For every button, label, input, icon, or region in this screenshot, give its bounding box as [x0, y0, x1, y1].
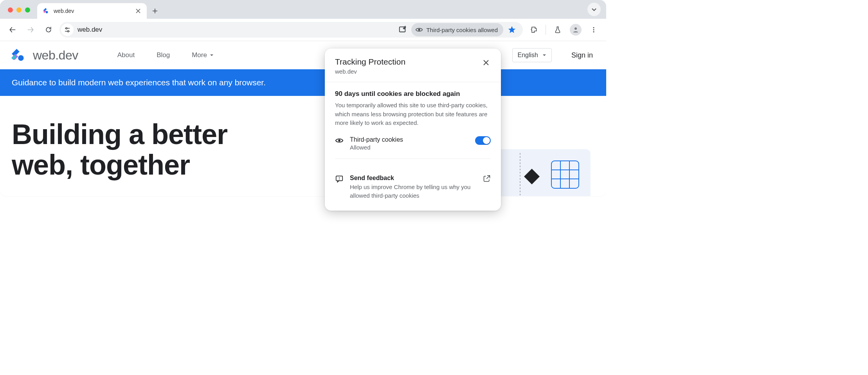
site-header: web.dev About Blog More English Sign in: [0, 41, 606, 69]
feedback-row[interactable]: Send feedback Help us improve Chrome by …: [325, 167, 501, 211]
cookie-status-chip[interactable]: Third-party cookies allowed: [411, 23, 503, 36]
tune-icon: [64, 26, 71, 33]
browser-tab[interactable]: web.dev: [37, 3, 147, 19]
tab-overflow-button[interactable]: [587, 3, 601, 16]
install-icon: [398, 25, 407, 34]
svg-point-21: [339, 179, 340, 180]
arrow-right-icon: [27, 26, 34, 34]
chevron-down-icon: [591, 7, 597, 12]
popup-title: Tracking Protection: [335, 57, 405, 67]
svg-point-18: [338, 139, 340, 142]
webdev-logo-icon: [10, 48, 27, 62]
site-banner: Guidance to build modern web experiences…: [0, 69, 606, 96]
maximize-window-button[interactable]: [25, 7, 30, 13]
profile-button[interactable]: [569, 23, 583, 37]
feedback-label: Send feedback: [350, 175, 477, 182]
new-tab-button[interactable]: [149, 5, 161, 17]
svg-point-9: [18, 55, 23, 61]
tracking-protection-popup: Tracking Protection web.dev 90 days unti…: [325, 49, 501, 211]
site-settings-button[interactable]: [61, 23, 74, 36]
popup-close-button[interactable]: [481, 58, 491, 67]
reload-button[interactable]: [41, 23, 56, 37]
reload-icon: [45, 26, 52, 34]
svg-rect-13: [551, 161, 579, 188]
forward-button[interactable]: [23, 23, 38, 37]
kebab-icon: [590, 26, 597, 33]
cookie-toggle-row: Third-party cookies Allowed: [335, 136, 491, 159]
cookie-toggle-label: Third-party cookies: [350, 136, 403, 143]
svg-point-2: [67, 31, 69, 32]
svg-point-6: [593, 27, 594, 28]
extensions-button[interactable]: [527, 23, 541, 37]
webdev-favicon-icon: [43, 7, 50, 14]
feedback-description: Help us improve Chrome by telling us why…: [350, 183, 477, 200]
tab-title: web.dev: [54, 8, 74, 14]
popup-heading: 90 days until cookies are blocked again: [335, 90, 491, 98]
install-pwa-button[interactable]: [396, 23, 410, 37]
star-icon: [508, 25, 516, 34]
nav-about[interactable]: About: [117, 51, 135, 59]
svg-point-8: [593, 31, 594, 32]
svg-point-5: [574, 27, 577, 30]
svg-point-1: [66, 27, 67, 29]
caret-down-icon: [209, 53, 214, 58]
arrow-left-icon: [9, 26, 16, 34]
hero-section: Building a better web, together: [0, 96, 606, 196]
site-logo[interactable]: web.dev: [10, 48, 78, 63]
cookie-toggle[interactable]: [475, 136, 491, 145]
cookie-toggle-status: Allowed: [350, 144, 403, 151]
avatar-icon: [570, 24, 582, 36]
popup-header: Tracking Protection web.dev: [325, 49, 501, 82]
caret-down-icon: [542, 53, 547, 58]
cookie-chip-label: Third-party cookies allowed: [426, 27, 498, 33]
bookmark-button[interactable]: [505, 23, 519, 37]
nav-more[interactable]: More: [192, 51, 214, 59]
close-window-button[interactable]: [8, 7, 13, 13]
nav-blog[interactable]: Blog: [157, 51, 170, 59]
titlebar: web.dev: [0, 0, 606, 19]
popup-site: web.dev: [335, 68, 405, 75]
close-tab-icon[interactable]: [135, 8, 141, 14]
minimize-window-button[interactable]: [16, 7, 22, 13]
browser-window: web.dev web.dev: [0, 0, 606, 196]
toolbar-divider: [546, 25, 546, 35]
eye-icon: [335, 136, 344, 145]
chrome-menu-button[interactable]: [587, 23, 601, 37]
svg-point-4: [418, 29, 420, 31]
address-bar[interactable]: web.dev Third-party cookies allowed: [59, 22, 523, 38]
back-button[interactable]: [5, 23, 20, 37]
window-controls: [8, 7, 30, 13]
open-external-icon: [483, 175, 491, 182]
banner-text: Guidance to build modern web experiences…: [12, 78, 266, 87]
feedback-icon: [335, 175, 344, 183]
url-text: web.dev: [77, 26, 394, 34]
popup-body: 90 days until cookies are blocked again …: [325, 82, 501, 167]
site-nav: About Blog More: [117, 51, 214, 59]
flask-icon: [554, 26, 562, 34]
sign-in-link[interactable]: Sign in: [571, 51, 593, 59]
eye-icon: [415, 26, 423, 34]
close-icon: [483, 59, 489, 66]
site-name: web.dev: [33, 48, 78, 63]
toolbar: web.dev Third-party cookies allowed: [0, 19, 606, 41]
popup-description: You temporarily allowed this site to use…: [335, 101, 491, 128]
svg-point-7: [593, 29, 594, 31]
language-label: English: [517, 52, 538, 59]
labs-button[interactable]: [551, 23, 565, 37]
language-selector[interactable]: English: [512, 48, 551, 62]
puzzle-icon: [530, 26, 538, 34]
page-content: web.dev About Blog More English Sign in …: [0, 41, 606, 196]
